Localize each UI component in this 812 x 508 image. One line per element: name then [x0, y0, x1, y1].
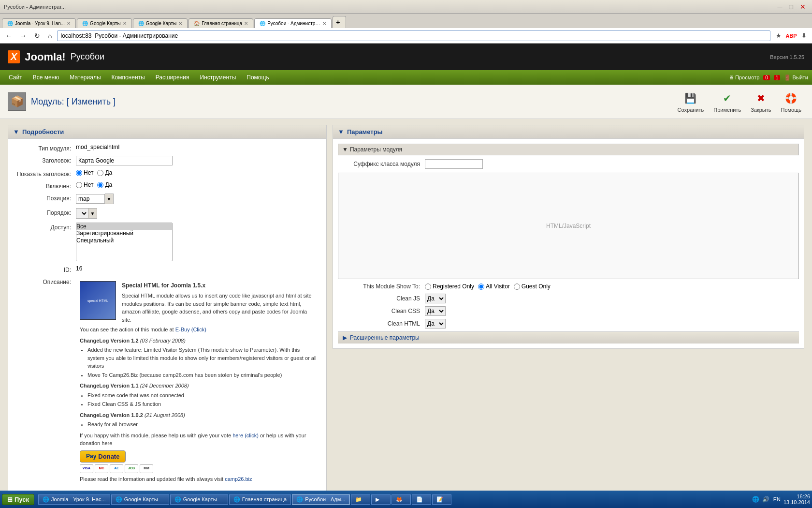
tab-close-2[interactable]: ✕	[178, 21, 182, 26]
main-content: ▼ Подробности Тип модуля: mod_specialhtm…	[0, 119, 812, 508]
bookmark-star-icon[interactable]: ★	[773, 30, 784, 41]
nav-preview[interactable]: 🖥 Просмотр	[728, 75, 759, 80]
taskbar-item-8[interactable]: 📄	[412, 494, 431, 505]
taskbar-item-5[interactable]: 📁	[351, 494, 370, 505]
taskbar-item-7[interactable]: 🦊	[392, 494, 411, 505]
show-to-radio-group: Registered Only All Visitor Guest Only	[425, 283, 799, 290]
desc-action-link[interactable]: E-Buy (Click)	[175, 327, 206, 332]
footer-link[interactable]: camp26.biz	[225, 476, 252, 482]
abp-icon[interactable]: ABP	[786, 30, 797, 41]
browser-tab-1[interactable]: 🌐 Google Карты ✕	[77, 18, 132, 28]
jcb-icon: JCB	[125, 464, 138, 473]
address-bar[interactable]	[57, 30, 770, 41]
position-row: Позиция: ▼	[13, 194, 321, 204]
enabled-no-option[interactable]: Нет	[76, 181, 93, 188]
toolbar-buttons: 💾 Сохранить ✔ Применить ✖ Закрыть 🛟 Помо…	[675, 90, 804, 114]
taskbar-clock: 16:26 13.10.2014	[783, 493, 810, 505]
nav-logout[interactable]: 🚪 Выйти	[784, 75, 808, 81]
taskbar-item-1[interactable]: 🌐 Google Карты	[111, 494, 169, 505]
taskbar-item-3[interactable]: 🌐 Главная страница	[229, 494, 291, 505]
taskbar-item-6[interactable]: ▶	[371, 494, 391, 505]
close-button[interactable]: ✕	[798, 2, 808, 12]
enabled-no-radio[interactable]	[76, 182, 82, 188]
show-title-yes-radio[interactable]	[97, 170, 103, 176]
taskbar-item-0[interactable]: 🌐 Joomla - Урок 9. Нас...	[38, 494, 110, 505]
nav-messages[interactable]: 0	[763, 75, 770, 80]
tab-close-4[interactable]: ✕	[322, 21, 326, 26]
browser-tab-4[interactable]: 🌐 Русобои - Администрат... ✕	[254, 18, 332, 28]
access-select[interactable]: Все Зарегистрированный Специальный	[76, 223, 173, 261]
tab-close-3[interactable]: ✕	[244, 21, 248, 26]
nav-item-menus[interactable]: Все меню	[28, 72, 64, 83]
nav-item-extensions[interactable]: Расширения	[151, 72, 194, 83]
taskbar-sound-icon: 🔊	[762, 495, 770, 504]
order-dropdown-arrow[interactable]: ▼	[88, 208, 97, 219]
order-wrapper: ▼	[76, 208, 97, 219]
position-field: ▼	[76, 194, 321, 204]
close-button[interactable]: ✖ Закрыть	[748, 90, 774, 114]
clean-js-select[interactable]: Да Нет	[425, 294, 446, 303]
maximize-button[interactable]: □	[787, 2, 796, 12]
tab-close-0[interactable]: ✕	[67, 21, 71, 26]
changelog-11-title: ChangeLog Version 1.1	[80, 383, 139, 388]
start-button[interactable]: ⊞ Пуск	[2, 494, 34, 505]
reload-button[interactable]: ↻	[32, 31, 43, 41]
download-icon[interactable]: ⬇	[798, 30, 809, 41]
home-button[interactable]: ⌂	[45, 31, 54, 41]
browser-tab-0[interactable]: 🌐 Joomla - Урок 9. Han... ✕	[2, 18, 76, 28]
details-panel-header: ▼ Подробности	[8, 125, 326, 139]
suffix-input[interactable]	[425, 159, 483, 169]
id-label: ID:	[13, 265, 76, 273]
show-title-no-option[interactable]: Нет	[76, 169, 93, 176]
clean-css-select[interactable]: Да Нет	[425, 306, 446, 316]
browser-tab-3[interactable]: 🏠 Главная страница ✕	[188, 18, 253, 28]
show-to-guest[interactable]: Guest Only	[514, 283, 551, 290]
nav-item-content[interactable]: Материалы	[65, 72, 105, 83]
access-option-all[interactable]: Все	[76, 223, 172, 230]
taskbar-item-4[interactable]: 🌐 Русобои - Адм...	[292, 494, 350, 505]
advanced-params-header[interactable]: ▶ Расширенные параметры	[338, 331, 799, 344]
nav-alerts[interactable]: 1	[774, 75, 781, 80]
access-option-registered[interactable]: Зарегистрированный	[76, 230, 172, 237]
show-to-guest-radio[interactable]	[514, 284, 520, 290]
show-to-registered[interactable]: Registered Only	[425, 283, 474, 290]
show-to-all[interactable]: All Visitor	[478, 283, 510, 290]
show-title-yes-option[interactable]: Да	[97, 169, 112, 176]
browser-tab-2[interactable]: 🌐 Google Карты ✕	[133, 18, 188, 28]
show-to-all-radio[interactable]	[478, 284, 484, 290]
taskbar-item-2[interactable]: 🌐 Google Карты	[170, 494, 228, 505]
details-panel: ▼ Подробности Тип модуля: mod_specialhtm…	[8, 125, 327, 496]
apply-icon: ✔	[720, 90, 735, 106]
show-to-registered-radio[interactable]	[425, 284, 431, 290]
apply-button[interactable]: ✔ Применить	[710, 90, 744, 114]
clean-html-select[interactable]: Да Нет	[425, 319, 446, 329]
position-input[interactable]	[76, 194, 105, 204]
save-button[interactable]: 💾 Сохранить	[675, 90, 707, 114]
joomla-nav-left: Сайт Все меню Материалы Компоненты Расши…	[4, 72, 274, 83]
help-button[interactable]: 🛟 Помощь	[778, 90, 805, 114]
alerts-badge: 1	[774, 75, 781, 80]
params-panel: ▼ Параметры ▼ Параметры модуля Суффикс к…	[333, 125, 804, 349]
show-title-no-radio[interactable]	[76, 170, 82, 176]
new-tab-button[interactable]: +	[333, 16, 346, 28]
joomla-logo-graphic: X	[8, 50, 20, 63]
description-row: Описание: special HTML Special HTML for …	[13, 277, 321, 487]
nav-item-components[interactable]: Компоненты	[107, 72, 150, 83]
order-select[interactable]	[76, 208, 88, 219]
tab-close-1[interactable]: ✕	[123, 21, 127, 26]
enabled-yes-radio[interactable]	[97, 182, 103, 188]
position-dropdown-arrow[interactable]: ▼	[105, 194, 114, 204]
paypal-icon: Pay	[86, 453, 96, 460]
nav-item-help[interactable]: Помощь	[242, 72, 274, 83]
forward-button[interactable]: →	[17, 31, 29, 41]
minimize-button[interactable]: ─	[775, 2, 785, 12]
taskbar-item-9[interactable]: 📝	[432, 494, 451, 505]
nav-item-tools[interactable]: Инструменты	[195, 72, 241, 83]
title-input[interactable]	[76, 156, 173, 165]
donate-button[interactable]: Pay Donate	[80, 450, 126, 463]
back-button[interactable]: ←	[3, 31, 14, 41]
access-option-special[interactable]: Специальный	[76, 237, 172, 244]
vote-link[interactable]: here (click)	[232, 433, 259, 438]
enabled-yes-option[interactable]: Да	[97, 181, 112, 188]
nav-item-site[interactable]: Сайт	[4, 72, 27, 83]
